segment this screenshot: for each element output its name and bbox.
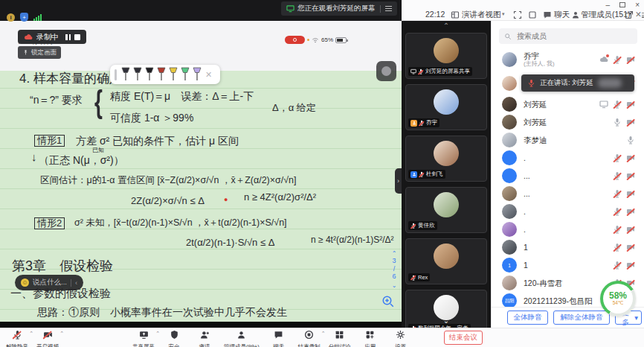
caret-icon[interactable]: ⌃ xyxy=(321,331,326,337)
popout-panel-icon[interactable] xyxy=(625,10,634,19)
mic-off-icon xyxy=(613,225,622,234)
toolbar-button-person[interactable]: 管理成员(99+) xyxy=(224,329,260,347)
end-meeting-button[interactable]: 结束会议 xyxy=(444,331,483,345)
security-shield-icon[interactable]: + xyxy=(20,13,28,22)
unmute-all-button[interactable]: 解除全体静音 xyxy=(553,311,610,325)
avatar xyxy=(502,168,517,183)
mute-all-button[interactable]: 全体静音 xyxy=(507,311,548,325)
marker-pen-icon[interactable] xyxy=(179,66,191,83)
avatar xyxy=(502,52,517,67)
video-tile[interactable]: 刘芳延的屏幕共享 xyxy=(405,33,487,79)
tile-label: 杜剑飞 xyxy=(408,170,445,179)
zoom-in-button[interactable] xyxy=(381,295,395,308)
member-status-icons[interactable] xyxy=(599,100,635,109)
member-status-icons[interactable] xyxy=(613,261,635,270)
assistive-touch-button[interactable] xyxy=(376,61,396,81)
marker-pen-icon[interactable] xyxy=(132,66,144,83)
member-row[interactable]: . xyxy=(492,149,644,167)
toolbar-button-gear[interactable]: 设置 xyxy=(390,329,412,347)
restore-button[interactable] xyxy=(619,2,625,7)
quick-chat-pill[interactable]: ☺ 说点什么... ‹ xyxy=(15,275,83,290)
stop-icon xyxy=(304,330,314,340)
close-button[interactable]: × xyxy=(635,1,640,9)
video-tile[interactable]: 杜剑飞 xyxy=(405,136,487,182)
caret-icon[interactable]: ⌃ xyxy=(59,331,64,337)
pause-recording-icon[interactable] xyxy=(65,34,71,40)
video-tile[interactable]: Rex xyxy=(405,238,487,284)
toolbar-button-apps[interactable]: 应用 xyxy=(359,329,381,347)
tray-handle[interactable] xyxy=(115,69,117,80)
close-panel-icon[interactable]: ✕ xyxy=(635,10,642,19)
video-tile[interactable]: 乔宇 xyxy=(405,84,487,130)
member-status-icons[interactable] xyxy=(626,136,635,144)
member-row[interactable]: 乔宇 (主持人, 我) xyxy=(492,48,644,71)
stop-recording-icon[interactable] xyxy=(74,34,80,40)
member-row[interactable]: . xyxy=(492,203,644,220)
video-tile[interactable]: 黄佳欣 xyxy=(405,187,487,233)
layout-icon[interactable] xyxy=(451,10,460,19)
search-input[interactable] xyxy=(515,31,619,41)
member-status-icons[interactable] xyxy=(613,153,635,162)
member-row[interactable]: 刘芳延 xyxy=(492,95,644,113)
watching-banner[interactable]: 您正在观看刘芳延的屏幕 xyxy=(281,1,397,16)
marker-pen-icon[interactable] xyxy=(155,66,167,83)
member-row[interactable]: 刘芳延 xyxy=(492,113,644,131)
member-search-box[interactable] xyxy=(499,28,637,44)
page-up-chevron[interactable]: ⌃ xyxy=(389,250,399,257)
avatar xyxy=(502,204,517,219)
strip-scroll-up-icon[interactable]: ⌃ xyxy=(402,22,491,30)
collapse-chevron-icon[interactable]: ‹ xyxy=(75,278,77,287)
close-tray-icon[interactable]: ✕ xyxy=(205,70,212,80)
toolbar-button-share[interactable]: 共享屏幕 ⌃ xyxy=(132,329,155,347)
marker-pen-icon[interactable] xyxy=(167,66,179,83)
chat-tab-label[interactable]: 聊天 xyxy=(554,10,570,20)
member-status-icons[interactable] xyxy=(613,207,635,216)
member-status-icons[interactable] xyxy=(613,225,635,234)
say-something-label[interactable]: 说点什么... xyxy=(33,278,67,287)
caret-icon[interactable]: ⌃ xyxy=(29,331,33,337)
member-status-icons[interactable] xyxy=(613,243,635,252)
toolbar-button-grid[interactable]: 分组讨论 xyxy=(329,329,351,347)
member-row[interactable]: 1 xyxy=(492,238,644,256)
marker-pen-icon[interactable] xyxy=(120,66,132,83)
members-panel-title[interactable]: 管理成员(151) xyxy=(581,10,631,20)
member-row[interactable]: 李梦迪 xyxy=(492,131,644,149)
fullscreen-icon[interactable] xyxy=(513,10,522,19)
member-row[interactable]: ... xyxy=(492,185,644,203)
member-status-icons[interactable] xyxy=(613,189,635,198)
banner-menu-icon[interactable] xyxy=(385,6,392,11)
strip-scroll-down-icon[interactable]: ⌄ xyxy=(402,317,491,325)
tile-name: 乔宇 xyxy=(426,119,437,127)
window-mode-icon[interactable] xyxy=(528,10,537,19)
member-status-icons[interactable] xyxy=(613,171,635,180)
screen-share-view[interactable]: i + 7:41 1月2日 周二 65% ‹ ↶ ＋ xyxy=(0,0,402,328)
pen-color-tray[interactable]: ✕ xyxy=(110,65,220,84)
toolbar-button-cam[interactable]: 开启视频 ⌃ xyxy=(36,329,59,347)
toolbar-button-invite[interactable]: 邀请 xyxy=(193,329,216,347)
toolbar-button-bubble[interactable]: 聊天 xyxy=(268,329,290,347)
toolbar-button-mic[interactable]: 解除静音 ⌃ xyxy=(6,329,28,347)
view-mode-caret-icon[interactable]: ▾ xyxy=(502,11,505,17)
page-total: 6 xyxy=(389,273,399,280)
member-status-icons[interactable] xyxy=(613,118,635,127)
gauge-percent: 58% xyxy=(609,291,627,300)
minimize-button[interactable]: – xyxy=(606,1,611,9)
member-status-icons[interactable] xyxy=(599,55,635,64)
chat-bubble-icon[interactable] xyxy=(543,10,552,19)
member-row[interactable]: 1 1 xyxy=(492,256,644,274)
meeting-info-icon[interactable]: i xyxy=(7,13,15,22)
page-down-chevron[interactable]: ⌄ xyxy=(389,282,399,289)
toolbar-button-label: 应用 xyxy=(364,343,376,347)
member-name: . xyxy=(524,225,526,234)
marker-pen-icon[interactable] xyxy=(144,66,155,83)
view-mode-label[interactable]: 演讲者视图 xyxy=(462,10,501,20)
caret-icon[interactable]: ⌃ xyxy=(155,331,160,337)
emoji-icon[interactable]: ☺ xyxy=(21,278,29,287)
member-row[interactable]: ... xyxy=(492,167,644,185)
member-row[interactable]: . xyxy=(492,220,644,238)
marker-pen-icon[interactable] xyxy=(191,66,203,83)
sidebar-collapse-handle[interactable]: › xyxy=(395,168,402,194)
toolbar-button-stop[interactable]: 结束录制 ⌃ xyxy=(298,329,321,347)
recording-badge[interactable]: 录制中 xyxy=(18,30,86,44)
toolbar-button-shield[interactable]: 安全 xyxy=(163,329,185,347)
